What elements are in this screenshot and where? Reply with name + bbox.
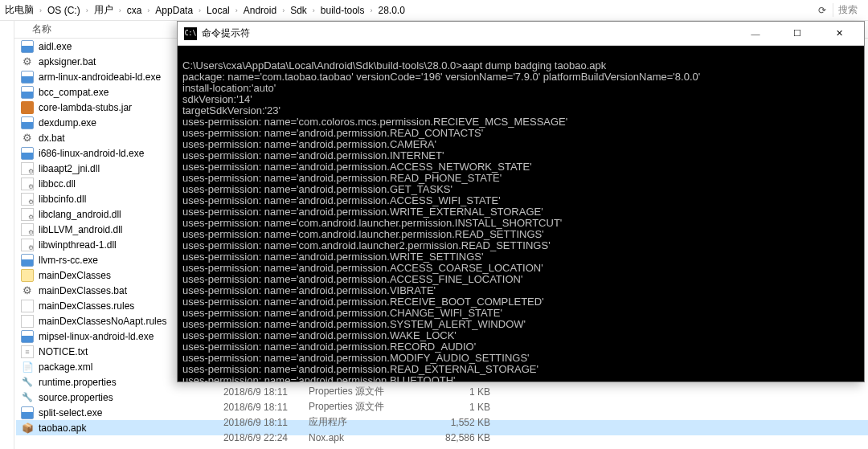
file-details-visible: 2018/6/9 18:11Properties 源文件1 KB2018/6/9… bbox=[191, 384, 490, 445]
terminal-line: install-location:'auto' bbox=[182, 83, 859, 94]
chevron-right-icon: › bbox=[231, 6, 242, 14]
exe-icon bbox=[21, 86, 34, 99]
breadcrumb-item[interactable]: AppData bbox=[154, 5, 194, 16]
xml-icon bbox=[21, 361, 34, 373]
breadcrumb-item[interactable]: OS (C:) bbox=[46, 5, 82, 16]
file-name: arm-linux-androideabi-ld.exe bbox=[39, 71, 161, 83]
terminal-line: uses-permission: name='android.permissio… bbox=[182, 173, 859, 184]
chevron-right-icon: › bbox=[309, 6, 319, 14]
breadcrumb-item[interactable]: 用户 bbox=[92, 3, 115, 17]
bat-icon bbox=[21, 132, 34, 145]
breadcrumb-item[interactable]: Sdk bbox=[289, 5, 309, 16]
maximize-button[interactable]: ☐ bbox=[779, 22, 816, 46]
file-name: split-select.exe bbox=[39, 407, 102, 418]
breadcrumb-item[interactable]: cxa bbox=[125, 5, 144, 16]
exe-icon bbox=[21, 254, 34, 267]
file-name: core-lambda-stubs.jar bbox=[39, 102, 132, 113]
exe-icon bbox=[21, 116, 34, 129]
file-size: 1,552 KB bbox=[418, 417, 490, 428]
file-name: dexdump.exe bbox=[39, 117, 96, 129]
terminal-line: uses-permission: name='android.permissio… bbox=[182, 206, 859, 218]
file-date: 2018/6/9 18:11 bbox=[207, 386, 304, 398]
file-name: libbcc.dll bbox=[39, 178, 76, 190]
file-detail-row[interactable]: 2018/6/9 18:11Properties 源文件1 KB bbox=[191, 399, 490, 414]
file-name: libLLVM_android.dll bbox=[39, 224, 123, 235]
file-size: 1 KB bbox=[418, 402, 490, 413]
terminal-line: uses-permission: name='android.permissio… bbox=[182, 274, 859, 285]
breadcrumb-bar: 比电脑›OS (C:)›用户›cxa›AppData›Local›Android… bbox=[0, 0, 868, 21]
exe-icon bbox=[21, 330, 34, 343]
breadcrumb-item[interactable]: 比电脑 bbox=[3, 3, 35, 17]
sidebar-gutter bbox=[0, 21, 14, 449]
terminal-line: uses-permission: name='android.permissio… bbox=[182, 251, 859, 263]
breadcrumb: 比电脑›OS (C:)›用户›cxa›AppData›Local›Android… bbox=[3, 3, 818, 17]
cmd-icon: C:\ bbox=[184, 27, 197, 40]
terminal-line: package: name='com.taobao.taobao' versio… bbox=[182, 71, 859, 83]
file-name: mipsel-linux-android-ld.exe bbox=[39, 331, 154, 342]
bat-icon bbox=[21, 55, 34, 68]
file-detail-row[interactable]: 2018/6/9 18:11应用程序1,552 KB bbox=[191, 414, 490, 430]
dll-icon bbox=[21, 178, 34, 190]
rules-icon bbox=[21, 315, 34, 328]
chevron-right-icon: › bbox=[115, 6, 125, 14]
file-detail-row[interactable]: 2018/6/9 18:11Properties 源文件1 KB bbox=[191, 384, 490, 399]
terminal-line: targetSdkVersion:'23' bbox=[182, 105, 859, 116]
prop-icon bbox=[21, 376, 34, 389]
bat-icon bbox=[21, 284, 34, 297]
terminal-line: uses-permission: name='com.android.launc… bbox=[182, 240, 859, 251]
refresh-icon[interactable]: ⟳ bbox=[818, 5, 826, 16]
terminal-line: uses-permission: name='android.permissio… bbox=[182, 319, 859, 330]
file-name: libaapt2_jni.dll bbox=[39, 163, 100, 174]
prop-icon bbox=[21, 391, 34, 404]
breadcrumb-item[interactable]: Android bbox=[242, 5, 278, 16]
terminal-line: uses-permission: name='android.permissio… bbox=[182, 161, 859, 173]
terminal-window: C:\ 命令提示符 — ☐ ✕ C:\Users\cxa\AppData\Loc… bbox=[177, 21, 865, 382]
file-name: source.properties bbox=[39, 392, 113, 403]
jar-icon bbox=[21, 101, 34, 114]
terminal-line: uses-permission: name='android.permissio… bbox=[182, 308, 859, 319]
file-name: libclang_android.dll bbox=[39, 209, 121, 220]
terminal-titlebar[interactable]: C:\ 命令提示符 — ☐ ✕ bbox=[178, 22, 864, 46]
terminal-line: uses-permission: name='android.permissio… bbox=[182, 364, 859, 375]
file-type: Properties 源文件 bbox=[309, 385, 413, 398]
file-name: dx.bat bbox=[39, 133, 65, 144]
terminal-line: uses-permission: name='com.android.launc… bbox=[182, 229, 859, 240]
file-name: NOTICE.txt bbox=[39, 346, 88, 357]
minimize-button[interactable]: — bbox=[737, 22, 774, 46]
folder-icon bbox=[21, 269, 34, 282]
exe-icon bbox=[21, 71, 34, 84]
txt-icon bbox=[21, 345, 34, 358]
terminal-line: uses-permission: name='android.permissio… bbox=[182, 150, 859, 161]
dll-icon bbox=[21, 223, 34, 236]
breadcrumb-item[interactable]: 28.0.0 bbox=[377, 5, 407, 16]
terminal-line: uses-permission: name='android.permissio… bbox=[182, 139, 859, 150]
file-name: aidl.exe bbox=[39, 41, 72, 52]
file-name: bcc_compat.exe bbox=[39, 87, 108, 98]
file-detail-row[interactable]: 2018/6/9 22:24Nox.apk82,586 KB bbox=[191, 430, 490, 445]
terminal-line: sdkVersion:'14' bbox=[182, 94, 859, 105]
terminal-line: C:\Users\cxa\AppData\Local\Android\Sdk\b… bbox=[182, 60, 859, 71]
dll-icon bbox=[21, 208, 34, 221]
dll-icon bbox=[21, 193, 34, 206]
terminal-line: uses-permission: name='android.permissio… bbox=[182, 296, 859, 308]
terminal-line bbox=[182, 49, 859, 60]
close-button[interactable]: ✕ bbox=[821, 22, 858, 46]
terminal-line: uses-permission: name='android.permissio… bbox=[182, 330, 859, 341]
breadcrumb-item[interactable]: Local bbox=[205, 5, 231, 16]
terminal-line: uses-permission: name='android.permissio… bbox=[182, 285, 859, 296]
chevron-right-icon: › bbox=[35, 6, 46, 14]
file-name: mainDexClasses bbox=[39, 270, 111, 281]
terminal-line: uses-permission: name='com.android.launc… bbox=[182, 218, 859, 229]
file-name: apksigner.bat bbox=[39, 56, 96, 67]
terminal-line: uses-permission: name='android.permissio… bbox=[182, 353, 859, 364]
file-name: mainDexClasses.rules bbox=[39, 300, 134, 312]
file-date: 2018/6/9 18:11 bbox=[207, 402, 304, 413]
exe-icon bbox=[21, 147, 34, 160]
file-type: 应用程序 bbox=[309, 415, 413, 429]
terminal-title: 命令提示符 bbox=[202, 27, 732, 40]
file-date: 2018/6/9 18:11 bbox=[207, 417, 304, 428]
breadcrumb-item[interactable]: build-tools bbox=[319, 5, 366, 16]
search-input[interactable]: 搜索 bbox=[833, 3, 865, 17]
file-name: package.xml bbox=[39, 361, 92, 373]
chevron-right-icon: › bbox=[194, 6, 205, 14]
